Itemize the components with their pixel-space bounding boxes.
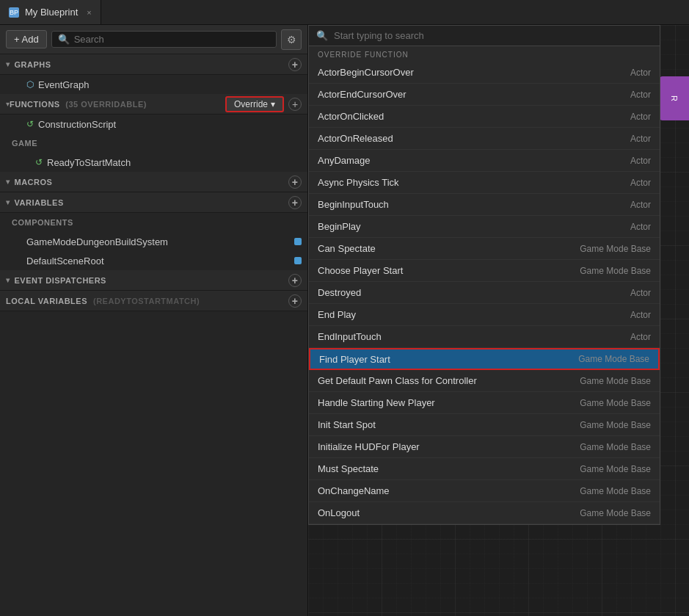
- dropdown-search-bar: 🔍: [309, 26, 660, 46]
- macros-section-header: ▾ MACROS +: [0, 172, 307, 192]
- dropdown-item[interactable]: EndInputTouchActor: [309, 326, 660, 348]
- dropdown-item-name: Destroyed: [318, 287, 630, 298]
- dropdown-item[interactable]: ActorOnClickedActor: [309, 106, 660, 128]
- dropdown-item-category: Actor: [630, 332, 651, 342]
- constructionscript-icon: ↺: [26, 119, 34, 129]
- dropdown-item[interactable]: DestroyedActor: [309, 282, 660, 304]
- dropdown-item-category: Game Mode Base: [580, 420, 651, 430]
- dropdown-item[interactable]: Async Physics TickActor: [309, 172, 660, 194]
- dropdown-item-name: Async Physics Tick: [318, 177, 630, 188]
- search-container: 🔍: [51, 31, 277, 48]
- dropdown-item-category: Game Mode Base: [580, 244, 651, 254]
- graphs-section-header: ▾ GRAPHS +: [0, 54, 307, 75]
- eventgraph-icon: ⬡: [26, 79, 34, 90]
- readytostartmatch-label: ReadyToStartMatch: [47, 157, 131, 168]
- dropdown-item[interactable]: Can SpectateGame Mode Base: [309, 238, 660, 260]
- dropdown-item-name: Initialize HUDFor Player: [318, 441, 580, 452]
- event-dispatchers-label: EVENT DISPATCHERS: [15, 276, 106, 285]
- dropdown-section-label: OVERRIDE FUNCTION: [309, 46, 660, 62]
- graphs-add-button[interactable]: +: [288, 58, 302, 71]
- dropdown-item[interactable]: Choose Player StartGame Mode Base: [309, 260, 660, 282]
- dropdown-item-name: Init Start Spot: [318, 419, 580, 430]
- search-icon: 🔍: [58, 34, 70, 45]
- defaultsceneroot-label: DefaultSceneRoot: [26, 256, 104, 267]
- dropdown-item-name: ActorEndCursorOver: [318, 89, 630, 100]
- dropdown-item[interactable]: ActorBeginCursorOverActor: [309, 62, 660, 84]
- dropdown-item-category: Actor: [630, 112, 651, 122]
- dropdown-item-name: Find Player Start: [319, 354, 578, 365]
- dropdown-item-category: Actor: [630, 134, 651, 144]
- event-dispatchers-chevron: ▾: [6, 276, 10, 284]
- local-variables-header: LOCAL VARIABLES (READYTOSTARTMATCH) +: [0, 291, 307, 311]
- gamemode-dungeon-dot: [294, 238, 302, 245]
- rosetta-node: R: [660, 76, 689, 120]
- functions-add-button[interactable]: +: [288, 98, 302, 111]
- variables-section-header: ▾ VARIABLES +: [0, 192, 307, 213]
- eventgraph-item[interactable]: ⬡ EventGraph: [0, 75, 307, 94]
- dropdown-item-category: Actor: [630, 178, 651, 188]
- settings-button[interactable]: ⚙: [281, 29, 302, 50]
- constructionscript-label: ConstructionScript: [38, 119, 116, 130]
- dropdown-item[interactable]: OnChangeNameGame Mode Base: [309, 480, 660, 502]
- dropdown-item[interactable]: BeginInputTouchActor: [309, 194, 660, 216]
- override-chevron: ▾: [271, 99, 275, 109]
- event-dispatchers-header: ▾ EVENT DISPATCHERS +: [0, 270, 307, 291]
- components-group: Components: [0, 213, 307, 232]
- dropdown-item[interactable]: Initialize HUDFor PlayerGame Mode Base: [309, 436, 660, 458]
- dropdown-item-name: Handle Starting New Player: [318, 397, 580, 408]
- dropdown-item[interactable]: BeginPlayActor: [309, 216, 660, 238]
- dropdown-list: ActorBeginCursorOverActorActorEndCursorO…: [309, 62, 660, 524]
- dropdown-item-name: Must Spectate: [318, 463, 580, 474]
- dropdown-item-category: Actor: [630, 90, 651, 100]
- functions-label: FUNCTIONS (35 OVERRIDABLE): [10, 100, 225, 109]
- tab-label: My Blueprint: [25, 7, 78, 18]
- dropdown-item[interactable]: Init Start SpotGame Mode Base: [309, 414, 660, 436]
- dropdown-item-category: Game Mode Base: [580, 464, 651, 474]
- dropdown-item[interactable]: AnyDamageActor: [309, 150, 660, 172]
- dropdown-item-category: Actor: [630, 68, 651, 78]
- dropdown-item[interactable]: ActorOnReleasedActor: [309, 128, 660, 150]
- dropdown-item[interactable]: OnLogoutGame Mode Base: [309, 502, 660, 524]
- event-dispatchers-add-button[interactable]: +: [288, 274, 302, 287]
- defaultsceneroot-dot: [294, 257, 302, 264]
- dropdown-item-name: Get Default Pawn Class for Controller: [318, 375, 580, 386]
- gamemode-dungeon-label: GameModeDungeonBuildSystem: [26, 236, 168, 247]
- dropdown-item-name: End Play: [318, 309, 630, 320]
- tab-bar: BP My Blueprint ×: [0, 0, 689, 25]
- dropdown-item[interactable]: End PlayActor: [309, 304, 660, 326]
- dropdown-item-category: Game Mode Base: [580, 376, 651, 386]
- dropdown-item-category: Game Mode Base: [580, 486, 651, 496]
- variables-add-button[interactable]: +: [288, 196, 302, 209]
- dropdown-item-name: OnLogout: [318, 507, 580, 518]
- dropdown-search-input[interactable]: [334, 30, 652, 41]
- dropdown-item-name: ActorOnClicked: [318, 111, 630, 122]
- readytostartmatch-icon: ↺: [35, 157, 43, 167]
- dropdown-item[interactable]: ActorEndCursorOverActor: [309, 84, 660, 106]
- tab-close-button[interactable]: ×: [87, 8, 91, 17]
- dropdown-item[interactable]: Get Default Pawn Class for ControllerGam…: [309, 370, 660, 392]
- dropdown-item[interactable]: Find Player StartGame Mode Base: [309, 348, 660, 370]
- dropdown-item-category: Game Mode Base: [580, 508, 651, 518]
- blueprint-tab-icon: BP: [9, 7, 19, 18]
- defaultsceneroot-var[interactable]: DefaultSceneRoot: [0, 251, 307, 270]
- dropdown-item-category: Game Mode Base: [580, 266, 651, 276]
- add-button[interactable]: + Add: [6, 30, 47, 48]
- local-variables-label: LOCAL VARIABLES: [6, 297, 87, 305]
- macros-chevron: ▾: [6, 178, 10, 186]
- gamemode-dungeon-var[interactable]: GameModeDungeonBuildSystem: [0, 232, 307, 251]
- constructionscript-item[interactable]: ↺ ConstructionScript: [0, 115, 307, 134]
- dropdown-item-name: OnChangeName: [318, 485, 580, 496]
- override-button[interactable]: Override ▾: [225, 96, 284, 112]
- readytostartmatch-item[interactable]: ↺ ReadyToStartMatch: [0, 153, 307, 172]
- local-variables-add-button[interactable]: +: [288, 294, 302, 308]
- search-input[interactable]: [74, 34, 270, 45]
- sidebar: + Add 🔍 ⚙ ▾ GRAPHS + ⬡ EventGraph ▾ FUNC…: [0, 25, 308, 616]
- dropdown-item-name: Can Spectate: [318, 243, 580, 254]
- eventgraph-label: EventGraph: [38, 79, 89, 90]
- dropdown-item-name: BeginPlay: [318, 221, 630, 232]
- dropdown-item[interactable]: Handle Starting New PlayerGame Mode Base: [309, 392, 660, 414]
- graphs-label: GRAPHS: [15, 60, 51, 69]
- dropdown-item[interactable]: Must SpectateGame Mode Base: [309, 458, 660, 480]
- blueprint-tab[interactable]: BP My Blueprint ×: [0, 0, 101, 24]
- macros-add-button[interactable]: +: [288, 175, 302, 189]
